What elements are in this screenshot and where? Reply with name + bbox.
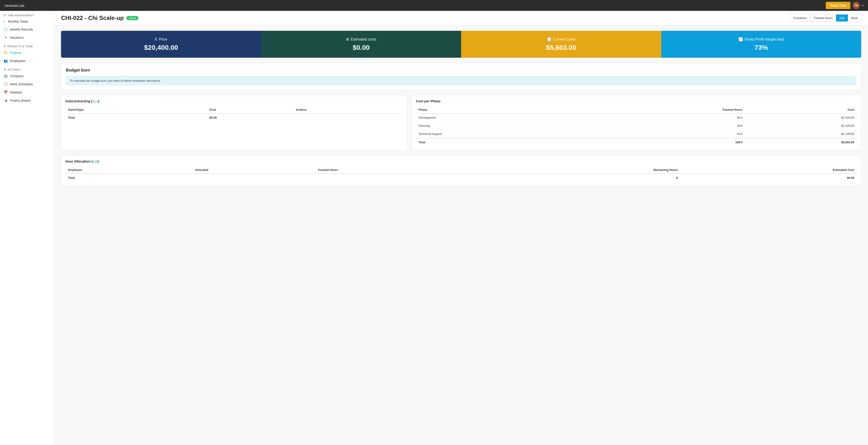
phase-name: Development bbox=[416, 113, 590, 122]
budget-burn-section: Budget burn To calculate the budget burn… bbox=[61, 63, 861, 90]
stat-estimated: ⊞ Estimated costs $0.00 bbox=[261, 31, 461, 58]
sidebar-section-projects: ⚙ PROJECTS & TEAM bbox=[0, 42, 54, 49]
current-value: $5,603.00 bbox=[546, 44, 576, 51]
phase-tracked: 39.0 bbox=[589, 122, 745, 130]
col-cost: Cost bbox=[207, 106, 293, 113]
cost-per-phase-table: Phase Tracked Hours Cost Development 86.… bbox=[416, 106, 857, 146]
sidebar-section-time: ⏱ TIME MANAGEMENT bbox=[0, 11, 54, 18]
content-area: € Price $20,400.00 ⊞ Estimated costs $0.… bbox=[54, 25, 868, 196]
hour-allocation-edit-link[interactable]: Edit bbox=[93, 160, 97, 163]
sidebar-item-holidays[interactable]: 📅 Holidays bbox=[0, 88, 54, 96]
cost-per-phase-title: Cost per Phase bbox=[416, 99, 857, 103]
hour-allocation-total-row: Total 0 $0.00 bbox=[65, 174, 857, 182]
subcontracting-new-link[interactable]: New bbox=[92, 99, 98, 103]
budget-burn-info: To calculate the budget burn you need to… bbox=[66, 76, 857, 86]
sidebar-item-label: Weekly Records bbox=[10, 28, 33, 31]
tracked-hours-button[interactable]: Tracked Hours bbox=[810, 14, 836, 22]
total-label: Total bbox=[65, 174, 192, 182]
sidebar-item-label: Employees bbox=[10, 59, 26, 63]
total-label: Total bbox=[416, 138, 590, 146]
sidebar-item-label: Work Schedules bbox=[10, 82, 33, 86]
cost-per-phase-section: Cost per Phase Phase Tracked Hours Cost … bbox=[412, 95, 861, 150]
total-actions bbox=[293, 113, 403, 122]
time-management-label: ⏱ TIME MANAGEMENT bbox=[4, 14, 51, 17]
phase-name: Technical Support bbox=[416, 130, 590, 138]
sidebar-item-work-schedules[interactable]: 🕐 Work Schedules bbox=[0, 80, 54, 88]
folder-icon: 📁 bbox=[4, 51, 8, 55]
sidebar-item-label: Holidays bbox=[10, 91, 22, 94]
sidebar-item-label: Vacations bbox=[10, 36, 24, 39]
page-actions: Checklists Tracked Hours Edit Back bbox=[790, 14, 861, 22]
price-label: € Price bbox=[155, 37, 167, 41]
table-row: Planning 39.0 $1,426.00 bbox=[416, 122, 857, 130]
total-tracked bbox=[315, 174, 485, 182]
col-estimated-cost: Estimated Cost bbox=[681, 166, 857, 174]
page-title-area: CHI-022 - Chi Scale-up Active bbox=[61, 14, 138, 22]
col-tracked-hours: Tracked Hours bbox=[589, 106, 745, 113]
total-tracked: 189.0 bbox=[589, 138, 745, 146]
projects-team-label: ⚙ PROJECTS & TEAM bbox=[4, 45, 51, 48]
total-cost: $5,603.00 bbox=[745, 138, 857, 146]
price-value: $20,400.00 bbox=[144, 44, 178, 51]
main-content: CHI-022 - Chi Scale-up Active Checklists… bbox=[54, 11, 868, 445]
col-phase: Phase bbox=[416, 106, 590, 113]
col-actions: Actions bbox=[293, 106, 403, 113]
topbar-right: Track Time TR ▾ bbox=[826, 2, 864, 9]
back-button[interactable]: Back bbox=[848, 14, 861, 22]
estimated-label: ⊞ Estimated costs bbox=[346, 37, 376, 41]
phase-cost: $2,149.00 bbox=[745, 130, 857, 138]
phase-cost: $2,028.00 bbox=[745, 113, 857, 122]
people-icon: 👥 bbox=[4, 59, 8, 63]
sidebar-item-weekly-records[interactable]: 🕐 Weekly Records bbox=[0, 25, 54, 33]
total-estimated-cost: $0.00 bbox=[681, 174, 857, 182]
phase-tracked: 64.0 bbox=[589, 130, 745, 138]
page-title: CHI-022 - Chi Scale-up bbox=[61, 14, 124, 22]
table-row: Development 86.0 $2,028.00 bbox=[416, 113, 857, 122]
sidebar: ⏱ TIME MANAGEMENT ▾ Monthly Totals 🕐 Wee… bbox=[0, 11, 54, 445]
total-label: Total bbox=[65, 113, 207, 122]
sidebar-item-company[interactable]: 🏢 Company bbox=[0, 72, 54, 80]
gear-icon: ⚙ bbox=[4, 68, 6, 71]
edit-button[interactable]: Edit bbox=[836, 14, 848, 22]
table-icon: ⊞ bbox=[346, 37, 349, 41]
subcontracting-section: Subcontracting (New) Name/Type Cost Acti… bbox=[61, 95, 407, 150]
sidebar-item-employees[interactable]: 👥 Employees bbox=[0, 57, 54, 65]
sidebar-item-project-phases[interactable]: ◑ Project phases bbox=[0, 96, 54, 105]
checklists-button[interactable]: Checklists bbox=[790, 14, 810, 22]
col-employee: Employee bbox=[65, 166, 192, 174]
current-label: 🧾 Current Costs bbox=[547, 37, 576, 41]
clock-icon: 🕐 bbox=[4, 27, 8, 31]
hour-allocation-title: Hour Allocation (Edit) bbox=[65, 159, 857, 163]
calendar-icon: 📅 bbox=[4, 90, 8, 94]
track-time-button[interactable]: Track Time bbox=[826, 2, 850, 9]
sidebar-item-monthly-totals[interactable]: ▾ Monthly Totals bbox=[0, 18, 54, 25]
building-icon: 🏢 bbox=[4, 74, 8, 78]
sidebar-item-projects[interactable]: 📁 Projects bbox=[0, 49, 54, 57]
timer-icon: ⏱ bbox=[4, 14, 6, 17]
receipt-icon: 🧾 bbox=[547, 37, 551, 41]
avatar-chevron-icon[interactable]: ▾ bbox=[862, 4, 864, 7]
hour-allocation-section: Hour Allocation (Edit) Employee Allocate… bbox=[61, 155, 861, 186]
sidebar-item-label: Projects bbox=[10, 51, 22, 55]
schedule-icon: 🕐 bbox=[4, 82, 8, 86]
chart-icon: 📈 bbox=[738, 37, 743, 41]
app-title: Vectorial Lda. bbox=[4, 4, 25, 7]
layout: ⏱ TIME MANAGEMENT ▾ Monthly Totals 🕐 Wee… bbox=[0, 11, 868, 445]
col-remaining: Remaining Hours bbox=[485, 166, 681, 174]
sidebar-item-vacations[interactable]: ☀ Vacations bbox=[0, 33, 54, 42]
phases-icon: ◑ bbox=[4, 98, 8, 102]
total-value: $0.00 bbox=[207, 113, 293, 122]
sidebar-item-label: Monthly Totals bbox=[8, 20, 28, 23]
col-tracked: Tracked Hours bbox=[315, 166, 485, 174]
phase-name: Planning bbox=[416, 122, 590, 130]
avatar[interactable]: TR bbox=[852, 2, 860, 9]
projects-icon: ⚙ bbox=[4, 45, 6, 48]
stat-gross: 📈 Gross Profit margin (est) 73% bbox=[661, 31, 862, 58]
two-col-section: Subcontracting (New) Name/Type Cost Acti… bbox=[61, 95, 861, 150]
euro-icon: € bbox=[155, 37, 157, 41]
sidebar-section-settings: ⚙ SETTINGS bbox=[0, 65, 54, 72]
subcontracting-total-row: Total $0.00 bbox=[65, 113, 403, 122]
stats-row: € Price $20,400.00 ⊞ Estimated costs $0.… bbox=[61, 31, 861, 58]
stat-current: 🧾 Current Costs $5,603.00 bbox=[461, 31, 661, 58]
subcontracting-title: Subcontracting (New) bbox=[65, 99, 403, 103]
